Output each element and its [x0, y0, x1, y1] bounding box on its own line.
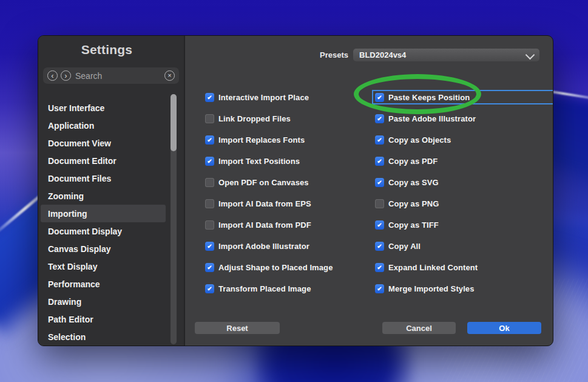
checkbox[interactable]: ✔	[375, 284, 384, 293]
checkbox-label: Paste Adobe Illustrator	[388, 114, 476, 123]
sidebar-item-user-interface[interactable]: User Interface	[38, 99, 184, 117]
sidebar-item-document-files[interactable]: Document Files	[38, 169, 184, 187]
checkbox-row-transform-placed-image[interactable]: ✔ Transform Placed Image	[205, 278, 369, 299]
checkbox[interactable]: ✔	[205, 284, 214, 293]
sidebar-item-document-editor[interactable]: Document Editor	[38, 152, 184, 169]
checkbox-label: Copy as SVG	[388, 178, 439, 187]
sidebar-item-label: Document Display	[48, 227, 122, 236]
check-icon: ✔	[207, 286, 212, 292]
checkbox-row-open-pdf-on-canvases[interactable]: ✔ Open PDF on Canvases	[205, 172, 369, 193]
check-icon: ✔	[377, 244, 382, 250]
checkbox-row-import-adobe-illustrator[interactable]: ✔ Import Adobe Illustrator	[205, 236, 369, 257]
sidebar-scrollbar-thumb[interactable]	[171, 94, 177, 151]
sidebar-item-label: Path Editor	[48, 315, 93, 324]
sidebar-item-application[interactable]: Application	[38, 117, 184, 134]
sidebar-item-selection[interactable]: Selection	[38, 328, 184, 346]
reset-button[interactable]: Reset	[195, 322, 280, 334]
checkbox-label: Copy All	[388, 242, 421, 251]
sidebar-item-text-display[interactable]: Text Display	[38, 258, 184, 275]
checkbox[interactable]: ✔	[205, 93, 214, 102]
checkbox-label: Import AI Data from EPS	[218, 199, 311, 208]
checkbox[interactable]: ✔	[375, 220, 384, 230]
dialog-buttons: Reset Cancel Ok	[185, 322, 553, 334]
importing-settings-panel: Presets BLD2024vs4 ✔ Interactive Import …	[185, 36, 553, 346]
sidebar-item-label: Document Files	[48, 174, 111, 183]
checkbox[interactable]: ✔	[375, 178, 384, 187]
checkbox[interactable]: ✔	[375, 93, 384, 102]
checkbox-row-copy-as-tiff[interactable]: ✔ Copy as TIFF	[375, 214, 553, 236]
checkbox-row-copy-as-svg[interactable]: ✔ Copy as SVG	[375, 172, 553, 193]
sidebar-item-label: User Interface	[48, 103, 104, 113]
checkbox-label: Paste Keeps Position	[388, 93, 470, 102]
checkbox[interactable]: ✔	[205, 135, 214, 145]
checkbox-row-import-text-positions[interactable]: ✔ Import Text Positions	[205, 151, 369, 172]
checkbox[interactable]: ✔	[375, 199, 384, 208]
check-icon: ✔	[377, 95, 382, 101]
sidebar-item-canvas-display[interactable]: Canvas Display	[38, 240, 184, 258]
checkbox[interactable]: ✔	[205, 114, 214, 123]
search-back-icon[interactable]: ‹	[47, 70, 58, 81]
sidebar-item-label: Document View	[48, 138, 111, 148]
checkbox[interactable]: ✔	[205, 178, 214, 187]
check-icon: ✔	[207, 95, 212, 101]
check-icon: ✔	[377, 116, 382, 122]
checkbox[interactable]: ✔	[375, 157, 384, 166]
checkbox[interactable]: ✔	[375, 114, 384, 123]
check-icon: ✔	[207, 265, 212, 271]
checkbox[interactable]: ✔	[205, 199, 214, 208]
checkbox-row-import-ai-data-from-eps[interactable]: ✔ Import AI Data from EPS	[205, 193, 369, 214]
check-icon: ✔	[377, 222, 382, 228]
check-icon: ✔	[377, 137, 382, 143]
sidebar-item-label: Drawing	[48, 297, 81, 307]
checkbox-row-import-replaces-fonts[interactable]: ✔ Import Replaces Fonts	[205, 129, 369, 151]
cancel-button[interactable]: Cancel	[382, 322, 456, 334]
search-clear-icon[interactable]: ×	[164, 70, 175, 81]
presets-dropdown[interactable]: BLD2024vs4	[353, 49, 539, 61]
checkbox-column-left: ✔ Interactive Import Place ✔ Link Droppe…	[205, 87, 369, 299]
checkbox[interactable]: ✔	[205, 220, 214, 230]
checkbox-row-link-dropped-files[interactable]: ✔ Link Dropped Files	[205, 108, 369, 129]
search-input[interactable]: ‹ › Search ×	[43, 67, 179, 84]
sidebar: Settings ‹ › Search × User Interface App…	[38, 36, 185, 346]
checkbox-row-copy-as-objects[interactable]: ✔ Copy as Objects	[375, 129, 553, 151]
sidebar-item-importing[interactable]: Importing	[41, 205, 166, 222]
checkbox-row-merge-imported-styles[interactable]: ✔ Merge Imported Styles	[375, 278, 553, 299]
checkbox-column-right: ✔ Paste Keeps Position ✔ Paste Adobe Ill…	[375, 87, 553, 299]
sidebar-item-document-view[interactable]: Document View	[38, 134, 184, 152]
checkbox-label: Merge Imported Styles	[388, 284, 475, 293]
search-forward-icon[interactable]: ›	[61, 70, 71, 81]
checkbox-label: Open PDF on Canvases	[218, 178, 309, 187]
sidebar-scrollbar-track[interactable]	[171, 94, 177, 344]
sidebar-item-label: Zooming	[48, 191, 84, 201]
checkbox-row-paste-adobe-illustrator[interactable]: ✔ Paste Adobe Illustrator	[375, 108, 553, 129]
check-icon: ✔	[377, 159, 382, 165]
checkbox-row-expand-linked-content[interactable]: ✔ Expand Linked Content	[375, 257, 553, 278]
checkbox-label: Import Replaces Fonts	[218, 135, 305, 145]
checkbox-row-interactive-import-place[interactable]: ✔ Interactive Import Place	[205, 87, 369, 108]
checkbox-label: Transform Placed Image	[218, 284, 311, 293]
check-icon: ✔	[207, 244, 212, 250]
checkbox-row-copy-as-png[interactable]: ✔ Copy as PNG	[375, 193, 553, 214]
sidebar-item-zooming[interactable]: Zooming	[38, 187, 184, 205]
sidebar-item-performance[interactable]: Performance	[38, 275, 184, 293]
checkbox[interactable]: ✔	[375, 242, 384, 251]
checkbox-row-copy-all[interactable]: ✔ Copy All	[375, 236, 553, 257]
checkbox-row-paste-keeps-position[interactable]: ✔ Paste Keeps Position	[375, 87, 553, 108]
ok-button[interactable]: Ok	[467, 322, 541, 334]
sidebar-item-label: Selection	[48, 332, 86, 342]
checkbox-row-adjust-shape-to-placed-image[interactable]: ✔ Adjust Shape to Placed Image	[205, 257, 369, 278]
sidebar-item-document-display[interactable]: Document Display	[38, 222, 184, 240]
checkbox[interactable]: ✔	[205, 242, 214, 251]
sidebar-item-path-editor[interactable]: Path Editor	[38, 310, 184, 328]
checkbox-label: Import Adobe Illustrator	[218, 242, 309, 251]
checkbox-row-import-ai-data-from-pdf[interactable]: ✔ Import AI Data from PDF	[205, 214, 369, 236]
checkbox-label: Copy as PDF	[388, 157, 438, 166]
checkbox[interactable]: ✔	[375, 263, 384, 272]
checkbox[interactable]: ✔	[205, 157, 214, 166]
checkbox[interactable]: ✔	[205, 263, 214, 272]
checkbox-label: Expand Linked Content	[388, 263, 478, 272]
sidebar-item-drawing[interactable]: Drawing	[38, 293, 184, 310]
presets-row: Presets BLD2024vs4	[185, 49, 539, 61]
checkbox[interactable]: ✔	[375, 135, 384, 145]
checkbox-row-copy-as-pdf[interactable]: ✔ Copy as PDF	[375, 151, 553, 172]
